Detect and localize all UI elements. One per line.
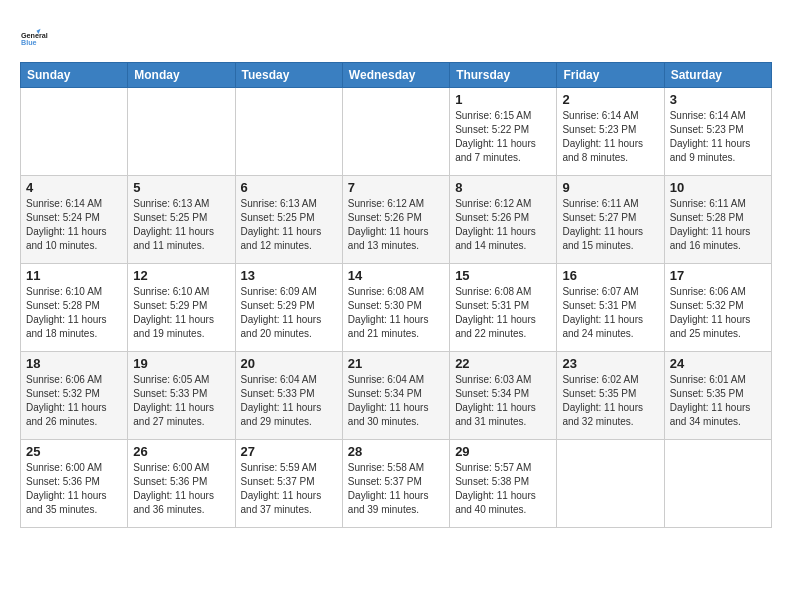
cell-info: Sunrise: 5:57 AM Sunset: 5:38 PM Dayligh… (455, 461, 551, 517)
day-number: 29 (455, 444, 551, 459)
calendar-cell: 8Sunrise: 6:12 AM Sunset: 5:26 PM Daylig… (450, 176, 557, 264)
calendar-cell: 20Sunrise: 6:04 AM Sunset: 5:33 PM Dayli… (235, 352, 342, 440)
calendar-cell: 1Sunrise: 6:15 AM Sunset: 5:22 PM Daylig… (450, 88, 557, 176)
calendar-cell: 12Sunrise: 6:10 AM Sunset: 5:29 PM Dayli… (128, 264, 235, 352)
calendar-week-row: 18Sunrise: 6:06 AM Sunset: 5:32 PM Dayli… (21, 352, 772, 440)
day-number: 9 (562, 180, 658, 195)
day-number: 21 (348, 356, 444, 371)
day-number: 14 (348, 268, 444, 283)
calendar-cell: 14Sunrise: 6:08 AM Sunset: 5:30 PM Dayli… (342, 264, 449, 352)
cell-info: Sunrise: 6:04 AM Sunset: 5:33 PM Dayligh… (241, 373, 337, 429)
calendar-cell: 23Sunrise: 6:02 AM Sunset: 5:35 PM Dayli… (557, 352, 664, 440)
calendar: SundayMondayTuesdayWednesdayThursdayFrid… (20, 62, 772, 528)
cell-info: Sunrise: 6:01 AM Sunset: 5:35 PM Dayligh… (670, 373, 766, 429)
calendar-cell: 5Sunrise: 6:13 AM Sunset: 5:25 PM Daylig… (128, 176, 235, 264)
svg-text:Blue: Blue (21, 38, 37, 47)
day-number: 23 (562, 356, 658, 371)
day-number: 24 (670, 356, 766, 371)
day-number: 8 (455, 180, 551, 195)
cell-info: Sunrise: 6:10 AM Sunset: 5:29 PM Dayligh… (133, 285, 229, 341)
weekday-header: Wednesday (342, 63, 449, 88)
cell-info: Sunrise: 6:04 AM Sunset: 5:34 PM Dayligh… (348, 373, 444, 429)
cell-info: Sunrise: 6:09 AM Sunset: 5:29 PM Dayligh… (241, 285, 337, 341)
day-number: 28 (348, 444, 444, 459)
header: General Blue (20, 16, 772, 56)
cell-info: Sunrise: 6:10 AM Sunset: 5:28 PM Dayligh… (26, 285, 122, 341)
day-number: 19 (133, 356, 229, 371)
cell-info: Sunrise: 6:13 AM Sunset: 5:25 PM Dayligh… (241, 197, 337, 253)
calendar-cell (664, 440, 771, 528)
calendar-cell: 2Sunrise: 6:14 AM Sunset: 5:23 PM Daylig… (557, 88, 664, 176)
day-number: 17 (670, 268, 766, 283)
day-number: 11 (26, 268, 122, 283)
calendar-cell: 19Sunrise: 6:05 AM Sunset: 5:33 PM Dayli… (128, 352, 235, 440)
calendar-cell: 24Sunrise: 6:01 AM Sunset: 5:35 PM Dayli… (664, 352, 771, 440)
calendar-cell: 13Sunrise: 6:09 AM Sunset: 5:29 PM Dayli… (235, 264, 342, 352)
weekday-header: Tuesday (235, 63, 342, 88)
calendar-cell: 3Sunrise: 6:14 AM Sunset: 5:23 PM Daylig… (664, 88, 771, 176)
cell-info: Sunrise: 6:12 AM Sunset: 5:26 PM Dayligh… (348, 197, 444, 253)
calendar-week-row: 4Sunrise: 6:14 AM Sunset: 5:24 PM Daylig… (21, 176, 772, 264)
cell-info: Sunrise: 6:12 AM Sunset: 5:26 PM Dayligh… (455, 197, 551, 253)
cell-info: Sunrise: 6:06 AM Sunset: 5:32 PM Dayligh… (26, 373, 122, 429)
cell-info: Sunrise: 6:08 AM Sunset: 5:30 PM Dayligh… (348, 285, 444, 341)
calendar-cell: 25Sunrise: 6:00 AM Sunset: 5:36 PM Dayli… (21, 440, 128, 528)
day-number: 13 (241, 268, 337, 283)
cell-info: Sunrise: 6:07 AM Sunset: 5:31 PM Dayligh… (562, 285, 658, 341)
calendar-cell: 7Sunrise: 6:12 AM Sunset: 5:26 PM Daylig… (342, 176, 449, 264)
cell-info: Sunrise: 6:15 AM Sunset: 5:22 PM Dayligh… (455, 109, 551, 165)
calendar-cell: 27Sunrise: 5:59 AM Sunset: 5:37 PM Dayli… (235, 440, 342, 528)
calendar-cell (342, 88, 449, 176)
day-number: 5 (133, 180, 229, 195)
calendar-cell: 16Sunrise: 6:07 AM Sunset: 5:31 PM Dayli… (557, 264, 664, 352)
cell-info: Sunrise: 6:14 AM Sunset: 5:24 PM Dayligh… (26, 197, 122, 253)
calendar-cell: 4Sunrise: 6:14 AM Sunset: 5:24 PM Daylig… (21, 176, 128, 264)
day-number: 10 (670, 180, 766, 195)
day-number: 22 (455, 356, 551, 371)
day-number: 4 (26, 180, 122, 195)
weekday-header: Monday (128, 63, 235, 88)
weekday-header: Saturday (664, 63, 771, 88)
cell-info: Sunrise: 6:11 AM Sunset: 5:27 PM Dayligh… (562, 197, 658, 253)
day-number: 1 (455, 92, 551, 107)
day-number: 27 (241, 444, 337, 459)
calendar-cell: 28Sunrise: 5:58 AM Sunset: 5:37 PM Dayli… (342, 440, 449, 528)
calendar-cell: 17Sunrise: 6:06 AM Sunset: 5:32 PM Dayli… (664, 264, 771, 352)
cell-info: Sunrise: 5:59 AM Sunset: 5:37 PM Dayligh… (241, 461, 337, 517)
cell-info: Sunrise: 6:06 AM Sunset: 5:32 PM Dayligh… (670, 285, 766, 341)
logo: General Blue (20, 20, 56, 56)
calendar-cell (557, 440, 664, 528)
logo-icon: General Blue (20, 20, 56, 56)
day-number: 7 (348, 180, 444, 195)
cell-info: Sunrise: 6:11 AM Sunset: 5:28 PM Dayligh… (670, 197, 766, 253)
day-number: 16 (562, 268, 658, 283)
cell-info: Sunrise: 6:05 AM Sunset: 5:33 PM Dayligh… (133, 373, 229, 429)
day-number: 20 (241, 356, 337, 371)
day-number: 25 (26, 444, 122, 459)
calendar-cell: 6Sunrise: 6:13 AM Sunset: 5:25 PM Daylig… (235, 176, 342, 264)
calendar-cell: 26Sunrise: 6:00 AM Sunset: 5:36 PM Dayli… (128, 440, 235, 528)
day-number: 3 (670, 92, 766, 107)
calendar-cell: 11Sunrise: 6:10 AM Sunset: 5:28 PM Dayli… (21, 264, 128, 352)
weekday-header: Friday (557, 63, 664, 88)
calendar-cell (235, 88, 342, 176)
day-number: 18 (26, 356, 122, 371)
calendar-header-row: SundayMondayTuesdayWednesdayThursdayFrid… (21, 63, 772, 88)
cell-info: Sunrise: 6:08 AM Sunset: 5:31 PM Dayligh… (455, 285, 551, 341)
day-number: 2 (562, 92, 658, 107)
calendar-week-row: 11Sunrise: 6:10 AM Sunset: 5:28 PM Dayli… (21, 264, 772, 352)
calendar-cell: 29Sunrise: 5:57 AM Sunset: 5:38 PM Dayli… (450, 440, 557, 528)
cell-info: Sunrise: 6:00 AM Sunset: 5:36 PM Dayligh… (133, 461, 229, 517)
cell-info: Sunrise: 6:14 AM Sunset: 5:23 PM Dayligh… (562, 109, 658, 165)
day-number: 12 (133, 268, 229, 283)
weekday-header: Sunday (21, 63, 128, 88)
calendar-cell: 10Sunrise: 6:11 AM Sunset: 5:28 PM Dayli… (664, 176, 771, 264)
day-number: 26 (133, 444, 229, 459)
calendar-week-row: 25Sunrise: 6:00 AM Sunset: 5:36 PM Dayli… (21, 440, 772, 528)
cell-info: Sunrise: 6:14 AM Sunset: 5:23 PM Dayligh… (670, 109, 766, 165)
day-number: 15 (455, 268, 551, 283)
cell-info: Sunrise: 6:03 AM Sunset: 5:34 PM Dayligh… (455, 373, 551, 429)
calendar-cell: 18Sunrise: 6:06 AM Sunset: 5:32 PM Dayli… (21, 352, 128, 440)
calendar-cell (21, 88, 128, 176)
calendar-cell: 22Sunrise: 6:03 AM Sunset: 5:34 PM Dayli… (450, 352, 557, 440)
